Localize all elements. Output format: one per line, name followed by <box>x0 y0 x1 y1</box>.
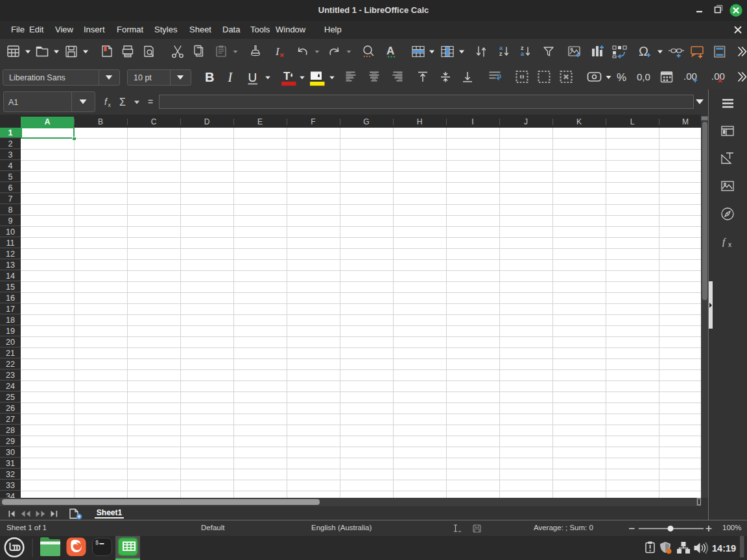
svg-text:A1: A1 <box>8 98 18 107</box>
svg-text:10 pt: 10 pt <box>134 73 152 82</box>
svg-text:Ω: Ω <box>639 44 648 58</box>
svg-text:x: x <box>728 241 731 248</box>
svg-text:f: f <box>722 237 726 247</box>
svg-text:0,0: 0,0 <box>637 71 650 82</box>
svg-text:14:19: 14:19 <box>712 543 736 554</box>
svg-text:=: = <box>148 97 153 107</box>
svg-text:.00: .00 <box>711 71 725 82</box>
svg-text:U: U <box>248 71 257 84</box>
svg-text:a: a <box>521 51 525 57</box>
svg-text:I: I <box>275 45 280 58</box>
svg-text:Σ: Σ <box>119 97 126 108</box>
svg-text:$: $ <box>95 539 99 546</box>
svg-text:T: T <box>283 70 290 82</box>
svg-text:x: x <box>108 102 112 108</box>
svg-text:B: B <box>205 70 214 84</box>
svg-text:z: z <box>499 51 503 57</box>
svg-text:I: I <box>228 70 233 84</box>
svg-text:%: % <box>617 71 626 84</box>
svg-text:Liberation Sans: Liberation Sans <box>9 73 65 82</box>
svg-text:A: A <box>386 45 394 57</box>
